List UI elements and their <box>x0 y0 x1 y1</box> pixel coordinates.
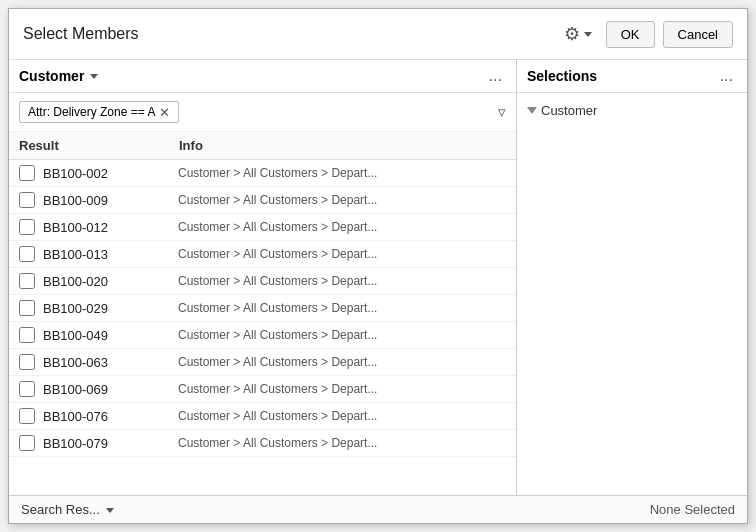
row-info: Customer > All Customers > Depart... <box>178 409 506 423</box>
row-result: BB100-069 <box>43 382 178 397</box>
right-panel-more-button[interactable]: ... <box>716 68 737 84</box>
select-members-dialog: Select Members ⚙ OK Cancel Customer ... <box>8 8 748 524</box>
row-info: Customer > All Customers > Depart... <box>178 193 506 207</box>
right-panel-title: Selections <box>527 68 597 84</box>
row-checkbox[interactable] <box>19 246 35 262</box>
dialog-body: Customer ... Attr: Delivery Zone == A ✕ … <box>9 60 747 495</box>
expand-icon <box>527 107 537 114</box>
search-results-label: Search Res... <box>21 502 100 517</box>
row-checkbox[interactable] <box>19 165 35 181</box>
filter-tag-remove-button[interactable]: ✕ <box>159 106 170 119</box>
table-row[interactable]: BB100-002 Customer > All Customers > Dep… <box>9 160 516 187</box>
dialog-title: Select Members <box>23 25 139 43</box>
filter-funnel-button[interactable]: ▿ <box>498 103 506 121</box>
row-info: Customer > All Customers > Depart... <box>178 301 506 315</box>
settings-chevron-icon <box>584 32 592 37</box>
search-results-dropdown-button[interactable] <box>104 502 114 517</box>
row-info: Customer > All Customers > Depart... <box>178 247 506 261</box>
row-result: BB100-012 <box>43 220 178 235</box>
table-row[interactable]: BB100-049 Customer > All Customers > Dep… <box>9 322 516 349</box>
selection-item-label: Customer <box>541 103 597 118</box>
filter-tag-label: Attr: Delivery Zone == A <box>28 105 155 119</box>
row-checkbox[interactable] <box>19 381 35 397</box>
row-info: Customer > All Customers > Depart... <box>178 274 506 288</box>
dialog-header: Select Members ⚙ OK Cancel <box>9 9 747 60</box>
row-info: Customer > All Customers > Depart... <box>178 220 506 234</box>
row-result: BB100-063 <box>43 355 178 370</box>
row-info: Customer > All Customers > Depart... <box>178 436 506 450</box>
row-checkbox[interactable] <box>19 327 35 343</box>
row-result: BB100-079 <box>43 436 178 451</box>
left-panel-title: Customer <box>19 68 84 84</box>
row-info: Customer > All Customers > Depart... <box>178 355 506 369</box>
row-result: BB100-020 <box>43 274 178 289</box>
gear-icon: ⚙ <box>564 23 580 45</box>
table-row[interactable]: BB100-063 Customer > All Customers > Dep… <box>9 349 516 376</box>
table-row[interactable]: BB100-013 Customer > All Customers > Dep… <box>9 241 516 268</box>
search-dropdown-icon <box>106 508 114 513</box>
left-panel-header: Customer ... <box>9 60 516 93</box>
left-panel-more-button[interactable]: ... <box>485 68 506 84</box>
left-panel: Customer ... Attr: Delivery Zone == A ✕ … <box>9 60 517 495</box>
right-panel-title-area: Selections <box>527 68 597 84</box>
right-panel-header: Selections ... <box>517 60 747 93</box>
table-row[interactable]: BB100-020 Customer > All Customers > Dep… <box>9 268 516 295</box>
ok-button[interactable]: OK <box>606 21 655 48</box>
left-panel-title-area: Customer <box>19 68 98 84</box>
row-checkbox[interactable] <box>19 219 35 235</box>
row-checkbox[interactable] <box>19 300 35 316</box>
filter-bar: Attr: Delivery Zone == A ✕ ▿ <box>9 93 516 132</box>
row-result: BB100-029 <box>43 301 178 316</box>
table-row[interactable]: BB100-076 Customer > All Customers > Dep… <box>9 403 516 430</box>
row-checkbox[interactable] <box>19 192 35 208</box>
table-row[interactable]: BB100-079 Customer > All Customers > Dep… <box>9 430 516 457</box>
row-info: Customer > All Customers > Depart... <box>178 328 506 342</box>
table-row[interactable]: BB100-009 Customer > All Customers > Dep… <box>9 187 516 214</box>
filter-tag: Attr: Delivery Zone == A ✕ <box>19 101 179 123</box>
row-checkbox[interactable] <box>19 408 35 424</box>
dialog-footer: Search Res... None Selected <box>9 495 747 523</box>
table-row[interactable]: BB100-069 Customer > All Customers > Dep… <box>9 376 516 403</box>
row-checkbox[interactable] <box>19 354 35 370</box>
row-result: BB100-076 <box>43 409 178 424</box>
cancel-button[interactable]: Cancel <box>663 21 733 48</box>
row-result: BB100-009 <box>43 193 178 208</box>
selection-status: None Selected <box>650 502 735 517</box>
footer-left: Search Res... <box>21 502 114 517</box>
row-info: Customer > All Customers > Depart... <box>178 166 506 180</box>
row-result: BB100-002 <box>43 166 178 181</box>
table-row[interactable]: BB100-029 Customer > All Customers > Dep… <box>9 295 516 322</box>
col-result-header: Result <box>19 138 179 153</box>
row-checkbox[interactable] <box>19 273 35 289</box>
row-checkbox[interactable] <box>19 435 35 451</box>
row-result: BB100-013 <box>43 247 178 262</box>
row-info: Customer > All Customers > Depart... <box>178 382 506 396</box>
right-panel: Selections ... Customer <box>517 60 747 495</box>
customer-dropdown-icon[interactable] <box>90 74 98 79</box>
row-result: BB100-049 <box>43 328 178 343</box>
header-actions: ⚙ OK Cancel <box>558 19 733 49</box>
settings-button[interactable]: ⚙ <box>558 19 598 49</box>
table-row[interactable]: BB100-012 Customer > All Customers > Dep… <box>9 214 516 241</box>
selections-list: Customer <box>517 93 747 128</box>
col-info-header: Info <box>179 138 506 153</box>
table-header: Result Info <box>9 132 516 160</box>
table-body[interactable]: BB100-002 Customer > All Customers > Dep… <box>9 160 516 495</box>
selection-item: Customer <box>527 101 737 120</box>
